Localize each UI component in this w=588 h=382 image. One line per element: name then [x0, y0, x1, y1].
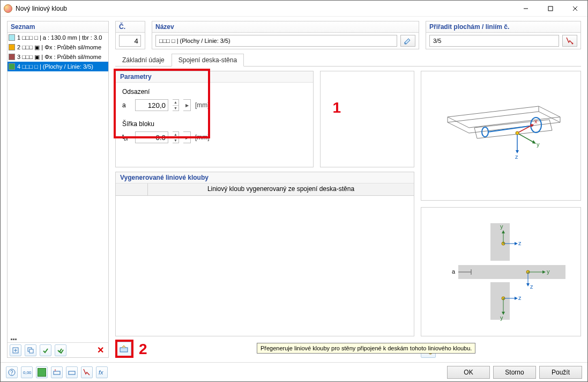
list-item-label: □□□ □ | a : 130.0 mm | tbr : 3.0: [22, 34, 102, 41]
list-toolbar: ✕: [8, 342, 108, 357]
color-swatch: [9, 54, 15, 60]
dialog-window: Nový liniový kloub Seznam 1 □□□ □ | a : …: [0, 0, 588, 382]
svg-point-10: [572, 43, 574, 45]
tab-basic[interactable]: Základní údaje: [115, 54, 172, 66]
svg-text:z: z: [515, 153, 518, 160]
parameters-section: Parametry Odsazení a ▲▼ ▶ [mm]: [115, 71, 314, 167]
svg-marker-48: [526, 283, 530, 286]
a-label: a: [122, 101, 131, 109]
svg-marker-24: [532, 140, 536, 144]
tool-4-button[interactable]: fx: [96, 366, 108, 378]
list-header: Seznam: [8, 21, 108, 33]
svg-text:fx: fx: [99, 369, 103, 376]
edit-name-button[interactable]: [400, 35, 415, 47]
table-column-header: Liniový kloub vygenerovaný ze spojení de…: [148, 183, 414, 195]
name-input[interactable]: □□□ □ | (Plochy / Linie: 3/5): [155, 35, 397, 47]
close-button[interactable]: [563, 1, 587, 17]
svg-text:y: y: [500, 314, 503, 321]
svg-point-19: [482, 127, 488, 137]
number-input[interactable]: [119, 35, 141, 47]
svg-text:0,00: 0,00: [23, 370, 31, 375]
number-box: Č.: [115, 21, 145, 49]
units-button[interactable]: 0,00: [21, 366, 33, 378]
check-item-button[interactable]: [40, 344, 51, 356]
generated-hinges-table[interactable]: [116, 196, 414, 336]
block-width-label: Šířka bloku: [122, 120, 307, 128]
svg-text:z: z: [518, 240, 522, 246]
a-more-button[interactable]: ▶: [183, 99, 191, 111]
help-button[interactable]: ?: [6, 366, 18, 378]
tbr-input[interactable]: [135, 131, 168, 143]
preview-section[interactable]: a z y: [421, 207, 581, 337]
copy-item-button[interactable]: [25, 344, 36, 356]
maximize-button[interactable]: [538, 1, 563, 17]
name-box: Název □□□ □ | (Plochy / Linie: 3/5): [152, 21, 419, 49]
color-swatch: [9, 63, 15, 70]
pick-in-view-button[interactable]: [562, 35, 577, 47]
new-item-button[interactable]: [10, 344, 21, 356]
tab-slab-wall[interactable]: Spojení deska-stěna: [172, 54, 244, 67]
svg-text:z: z: [518, 295, 522, 301]
svg-marker-55: [515, 297, 518, 300]
svg-rect-8: [29, 349, 33, 353]
tool-2-button[interactable]: [66, 366, 78, 378]
color-swatch: [9, 34, 15, 41]
ok-button[interactable]: OK: [447, 366, 490, 379]
table-corner: [116, 183, 148, 195]
svg-text:z: z: [530, 283, 533, 290]
list-item-label: □□□ ▣ | Φx : Průběh sil/mome: [22, 44, 101, 51]
app-icon: [4, 4, 12, 13]
tbr-spinner[interactable]: ▲▼: [173, 131, 179, 143]
window-title: Nový liniový kloub: [16, 5, 513, 12]
preview-section-svg: a z y: [431, 212, 571, 330]
svg-text:x: x: [534, 118, 538, 124]
svg-rect-63: [54, 371, 60, 374]
svg-text:y: y: [547, 268, 550, 275]
svg-line-23: [517, 133, 534, 143]
minimize-button[interactable]: [513, 1, 538, 17]
list-item-label: □□□ □ | (Plochy / Linie: 3/5): [22, 63, 93, 70]
a-input[interactable]: [135, 99, 168, 111]
svg-rect-65: [69, 371, 75, 374]
list-panel: Seznam 1 □□□ □ | a : 130.0 mm | tbr : 3.…: [7, 21, 109, 358]
a-spinner[interactable]: ▲▼: [173, 99, 179, 111]
titlebar: Nový liniový kloub: [1, 1, 587, 17]
tbr-label: tbr: [122, 133, 131, 142]
list-item[interactable]: 3 □□□ ▣ | Φx : Průběh sil/mome: [8, 52, 108, 62]
offset-label: Odsazení: [122, 88, 307, 96]
list-item[interactable]: 1 □□□ □ | a : 130.0 mm | tbr : 3.0: [8, 33, 108, 42]
list-item-label: □□□ ▣ | Φx : Průběh sil/mome: [22, 54, 101, 61]
empty-preview-panel: [320, 71, 414, 167]
svg-text:?: ?: [10, 370, 13, 376]
svg-text:a: a: [452, 268, 456, 275]
apply-button[interactable]: Použít: [539, 366, 582, 379]
svg-rect-11: [120, 348, 128, 352]
hinge-list[interactable]: 1 □□□ □ | a : 130.0 mm | tbr : 3.0 2 □□□…: [8, 33, 108, 336]
generated-hinges-section: Vygenerované liniové klouby Liniový klou…: [115, 172, 414, 336]
assign-input[interactable]: 3/5: [429, 35, 559, 47]
svg-text:y: y: [537, 141, 540, 148]
check-all-button[interactable]: [55, 344, 66, 356]
annotation-1: 1: [332, 99, 341, 116]
tbr-more-button[interactable]: ▶: [183, 131, 191, 143]
svg-line-20: [488, 126, 533, 132]
cancel-button[interactable]: Storno: [493, 366, 536, 379]
color-button[interactable]: [36, 366, 48, 378]
tool-3-button[interactable]: [81, 366, 93, 378]
annotation-2: 2: [139, 341, 147, 358]
color-swatch: [9, 44, 15, 50]
tooltip: Přegeneruje liniové klouby pro stěny při…: [257, 343, 475, 354]
dialog-footer: ? 0,00 fx OK Storno Použít: [1, 362, 587, 381]
delete-item-button[interactable]: ✕: [94, 344, 106, 356]
list-item[interactable]: 2 □□□ ▣ | Φx : Průběh sil/mome: [8, 42, 108, 52]
assign-box: Přiřadit plochám / liniím č. 3/5: [426, 21, 581, 49]
list-item[interactable]: 4 □□□ □ | (Plochy / Linie: 3/5): [8, 62, 108, 71]
color-swatch-icon: [38, 368, 46, 377]
preview-3d-svg: z y x: [431, 90, 571, 181]
svg-text:y: y: [500, 223, 503, 230]
preview-3d[interactable]: z y x: [421, 71, 581, 201]
svg-point-27: [516, 131, 519, 135]
tool-1-button[interactable]: [51, 366, 63, 378]
regenerate-hinges-button[interactable]: [116, 342, 131, 357]
svg-rect-1: [548, 6, 553, 11]
